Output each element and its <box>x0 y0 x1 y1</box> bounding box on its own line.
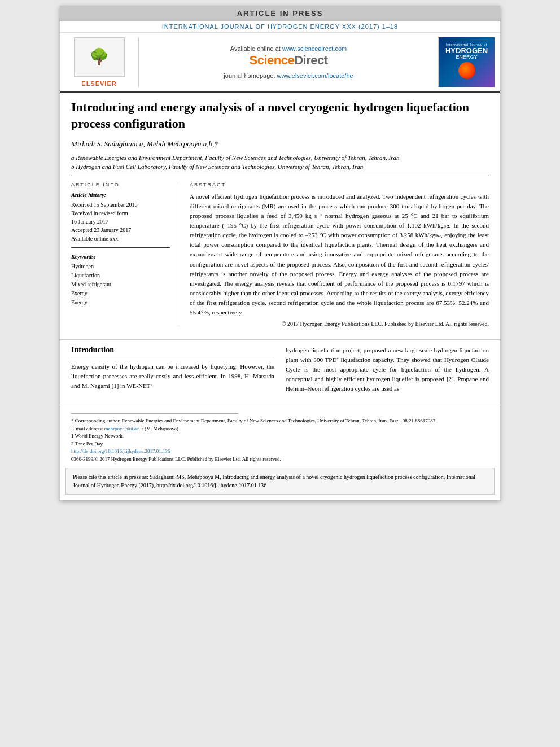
email-link[interactable]: mehrpoya@ut.ac.ir <box>104 426 143 431</box>
journal-homepage: journal homepage: www.elsevier.com/locat… <box>224 72 353 79</box>
keyword-exergy: Exergy <box>71 289 170 298</box>
footnote-divider <box>71 413 238 414</box>
cover-hydrogen-text: HYDROGEN <box>445 47 488 54</box>
introduction-left: Introduction Energy density of the hydro… <box>71 346 274 394</box>
doi-link: http://dx.doi.org/10.1016/j.ijhydene.201… <box>71 448 489 456</box>
cover-circle-graphic <box>458 62 475 79</box>
article-title: Introducing and energy analysis of a nov… <box>71 99 489 132</box>
article-in-press-label: ARTICLE IN PRESS <box>237 9 323 18</box>
introduction-text-right: hydrogen liquefaction project, proposed … <box>286 346 489 394</box>
revised-label: Received in revised form <box>71 209 170 217</box>
authors: Mirhadi S. Sadaghiani a, Mehdi Mehrpooya… <box>71 139 489 148</box>
article-in-press-banner: ARTICLE IN PRESS <box>60 6 500 21</box>
article-info-heading: ARTICLE INFO <box>71 182 170 187</box>
sciencedirect-url[interactable]: www.sciencedirect.com <box>282 45 347 52</box>
copyright-text: © 2017 Hydrogen Energy Publications LLC.… <box>190 321 489 327</box>
header-divider <box>71 176 489 176</box>
footnote-1: 1 World Energy Network. <box>71 433 489 440</box>
journal-title-bar: INTERNATIONAL JOURNAL OF HYDROGEN ENERGY… <box>60 21 500 33</box>
main-content: Introduction Energy density of the hydro… <box>60 339 500 399</box>
cover-energy-text: ENERGY <box>456 54 477 60</box>
elsevier-logo-box: 🌳 <box>74 37 125 77</box>
page: ARTICLE IN PRESS INTERNATIONAL JOURNAL O… <box>60 6 500 500</box>
affiliation-b: b Hydrogen and Fuel Cell Laboratory, Fac… <box>71 163 489 170</box>
email-note: E-mail address: mehrpoya@ut.ac.ir (M. Me… <box>71 425 489 433</box>
footnote-area: * Corresponding author. Renewable Energi… <box>60 405 500 468</box>
journal-homepage-link[interactable]: www.elsevier.com/locate/he <box>277 72 353 79</box>
introduction-text-left: Energy density of the hydrogen can be in… <box>71 362 274 391</box>
introduction-two-col: Introduction Energy density of the hydro… <box>71 346 489 394</box>
elsevier-name: ELSEVIER <box>81 80 116 87</box>
keyword-energy: Energy <box>71 298 170 307</box>
keyword-hydrogen: Hydrogen <box>71 262 170 271</box>
journal-title: INTERNATIONAL JOURNAL OF HYDROGEN ENERGY… <box>162 23 398 30</box>
introduction-heading: Introduction <box>71 346 274 357</box>
doi-anchor[interactable]: http://dx.doi.org/10.1016/j.ijhydene.201… <box>71 448 170 454</box>
citation-box: Please cite this article in press as: Sa… <box>65 468 495 495</box>
keyword-mixed-refrigerant: Mixed refrigerant <box>71 280 170 289</box>
elsevier-logo-area: 🌳 ELSEVIER <box>65 37 139 87</box>
issn-text: 0360-3199/© 2017 Hydrogen Energy Publica… <box>71 456 489 464</box>
revised-date: 16 January 2017 <box>71 217 170 226</box>
keywords-divider <box>71 247 170 248</box>
two-col-section: ARTICLE INFO Article history: Received 1… <box>71 182 489 327</box>
article-body: Introducing and energy analysis of a nov… <box>60 93 500 334</box>
abstract-column: ABSTRACT A novel efficient hydrogen liqu… <box>190 182 489 327</box>
corresponding-author-note: * Corresponding author. Renewable Energi… <box>71 417 489 425</box>
available-online-text: Available online at www.sciencedirect.co… <box>230 45 347 52</box>
sciencedirect-logo: ScienceDirect <box>249 53 327 68</box>
footnote-2: 2 Tone Per Day. <box>71 440 489 448</box>
abstract-text: A novel efficient hydrogen liquefaction … <box>190 192 489 317</box>
abstract-heading: ABSTRACT <box>190 182 489 187</box>
center-header: Available online at www.sciencedirect.co… <box>139 37 438 87</box>
introduction-right: hydrogen liquefaction project, proposed … <box>286 346 489 394</box>
received-date: Received 15 September 2016 <box>71 200 170 209</box>
header-area: 🌳 ELSEVIER Available online at www.scien… <box>60 33 500 93</box>
elsevier-tree-icon: 🌳 <box>89 49 109 65</box>
keywords-label: Keywords: <box>71 254 170 260</box>
citation-text: Please cite this article in press as: Sa… <box>73 473 487 490</box>
accepted-date: Accepted 23 January 2017 <box>71 226 170 234</box>
journal-cover: International Journal of HYDROGEN ENERGY <box>438 37 495 87</box>
keyword-liquefaction: Liquefaction <box>71 271 170 280</box>
available-online: Available online xxx <box>71 234 170 243</box>
article-info-column: ARTICLE INFO Article history: Received 1… <box>71 182 178 327</box>
affiliation-a: a Renewable Energies and Environment Dep… <box>71 154 489 161</box>
article-history-label: Article history: <box>71 192 170 198</box>
